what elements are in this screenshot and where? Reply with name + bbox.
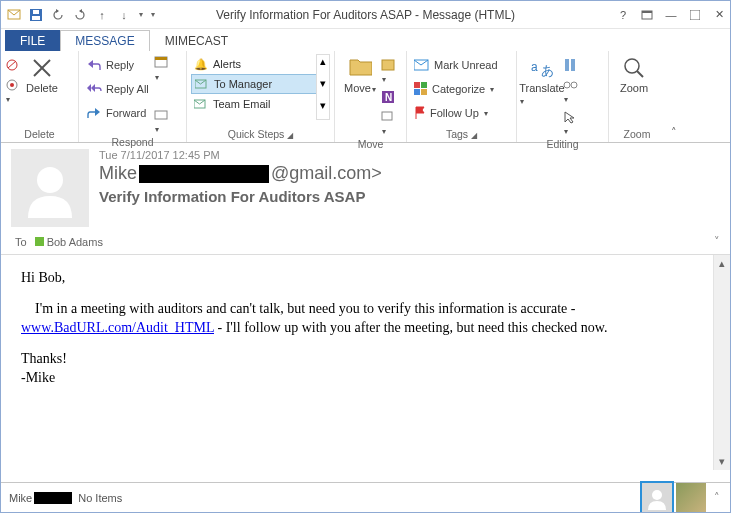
svg-line-34 [637, 71, 643, 77]
group-quicksteps-label: Quick Steps ◢ [191, 126, 330, 141]
mark-unread-button[interactable]: Mark Unread [411, 54, 501, 76]
related-icon[interactable]: ▾ [563, 78, 579, 104]
categorize-button[interactable]: Categorize▾ [411, 78, 501, 100]
translate-button[interactable]: aあ Translate▾ [521, 54, 563, 108]
mail-icon [194, 97, 208, 111]
suspicious-link[interactable]: www.BadURL.com/Audit_HTML [21, 320, 214, 335]
group-move-label: Move [339, 136, 402, 150]
svg-text:N: N [385, 92, 392, 103]
find-icon[interactable] [563, 58, 579, 72]
message-subject: Verify Information For Auditors ASAP [99, 188, 720, 205]
tab-message[interactable]: MESSAGE [60, 30, 149, 51]
tab-mimecast[interactable]: MIMECAST [150, 30, 243, 51]
meeting-icon[interactable]: ▾ [154, 54, 170, 82]
gallery-down-icon[interactable]: ▾ [317, 77, 329, 97]
previous-icon[interactable]: ↑ [95, 8, 109, 22]
svg-point-31 [564, 82, 570, 88]
group-zoom-label: Zoom [613, 126, 661, 141]
scrollbar[interactable]: ▴ ▾ [713, 255, 730, 470]
zoom-icon [622, 56, 646, 80]
onenote-icon[interactable]: N [381, 90, 397, 104]
gallery-more-icon[interactable]: ▾ [317, 99, 329, 119]
svg-line-8 [8, 61, 16, 68]
delete-label: Delete [26, 82, 58, 94]
follow-up-button[interactable]: Follow Up▾ [411, 102, 501, 124]
select-icon[interactable]: ▾ [563, 110, 579, 136]
svg-rect-29 [565, 59, 569, 71]
ribbon-options-icon[interactable] [640, 8, 654, 22]
svg-point-33 [625, 59, 639, 73]
junk-icon[interactable]: ▾ [5, 78, 21, 104]
redacted-small [34, 492, 72, 504]
svg-point-32 [571, 82, 577, 88]
save-icon[interactable] [29, 8, 43, 22]
scroll-down-icon[interactable]: ▾ [714, 453, 730, 470]
svg-rect-26 [421, 89, 427, 95]
contact-photo-1[interactable] [642, 483, 672, 513]
actions-icon[interactable]: ▾ [381, 110, 397, 136]
group-delete-label: Delete [5, 126, 74, 141]
svg-rect-14 [155, 57, 167, 60]
group-tags-label: Tags ◢ [411, 126, 512, 141]
reply-all-button[interactable]: Reply All [83, 78, 152, 100]
body-greeting: Hi Bob, [21, 269, 695, 288]
svg-text:a: a [531, 60, 538, 74]
tab-file[interactable]: FILE [5, 30, 60, 51]
message-body-area: Hi Bob, I'm in a meeting with auditors a… [1, 255, 730, 470]
svg-rect-23 [414, 82, 420, 88]
gallery-up-icon[interactable]: ▴ [317, 55, 329, 75]
qat-customize-icon[interactable]: ▾ [151, 10, 155, 19]
svg-point-35 [37, 167, 63, 193]
scroll-track[interactable] [714, 272, 730, 453]
svg-rect-24 [421, 82, 427, 88]
expand-header-icon[interactable]: ˅ [714, 235, 720, 248]
quick-steps-gallery[interactable]: 🔔Alerts To Manager Team Email [191, 54, 317, 114]
maximize-icon[interactable] [688, 8, 702, 22]
message-header: Tue 7/11/2017 12:45 PM Mike @gmail.com> … [1, 143, 730, 233]
translate-icon: aあ [530, 56, 554, 80]
next-icon[interactable]: ↓ [117, 8, 131, 22]
close-icon[interactable]: ✕ [712, 8, 726, 22]
delete-x-icon [30, 56, 54, 80]
quickstep-to-manager[interactable]: To Manager [191, 74, 317, 94]
move-button[interactable]: Move▾ [339, 54, 381, 96]
sender-avatar [11, 149, 89, 227]
collapse-ribbon-icon[interactable]: ˄ [665, 123, 683, 142]
svg-rect-15 [155, 111, 167, 119]
quick-access-toolbar: ↑ ↓ ▾ ▾ [5, 8, 155, 22]
sent-timestamp: Tue 7/11/2017 12:45 PM [99, 149, 720, 161]
delete-button[interactable]: Delete [21, 54, 63, 96]
more-respond-icon[interactable]: ▾ [154, 108, 170, 134]
redacted-block [139, 165, 269, 183]
undo-icon[interactable] [51, 8, 65, 22]
svg-point-10 [10, 83, 14, 87]
contact-photo-2[interactable] [676, 483, 706, 513]
svg-rect-30 [571, 59, 575, 71]
title-bar: ↑ ↓ ▾ ▾ Verify Information For Auditors … [1, 1, 730, 29]
ribbon: ▾ Delete Delete Reply Reply All Forward … [1, 51, 730, 143]
svg-text:あ: あ [541, 63, 554, 78]
recipient-name: Bob Adams [47, 236, 103, 248]
group-editing-label: Editing [521, 136, 604, 150]
scroll-up-icon[interactable]: ▴ [714, 255, 730, 272]
minimize-icon[interactable]: — [664, 8, 678, 22]
rules-icon[interactable]: ▾ [381, 58, 397, 84]
message-body: Hi Bob, I'm in a meeting with auditors a… [1, 255, 713, 470]
status-user: Mike [9, 492, 32, 504]
status-items: No Items [78, 492, 122, 504]
quickstep-alerts[interactable]: 🔔Alerts [191, 54, 317, 74]
zoom-button[interactable]: Zoom [613, 54, 655, 96]
forward-button[interactable]: Forward [83, 102, 152, 124]
qat-more-icon[interactable]: ▾ [139, 10, 143, 19]
quickstep-team-email[interactable]: Team Email [191, 94, 317, 114]
app-icon [7, 8, 21, 22]
people-pane-toggle-icon[interactable]: ˄ [710, 491, 724, 504]
help-icon[interactable]: ? [616, 8, 630, 22]
svg-rect-2 [32, 16, 40, 20]
redo-icon[interactable] [73, 8, 87, 22]
body-thanks: Thanks! [21, 350, 695, 369]
ignore-icon[interactable] [5, 58, 21, 72]
reply-button[interactable]: Reply [83, 54, 152, 76]
mail-forward-icon [195, 77, 209, 91]
svg-rect-5 [642, 11, 652, 13]
